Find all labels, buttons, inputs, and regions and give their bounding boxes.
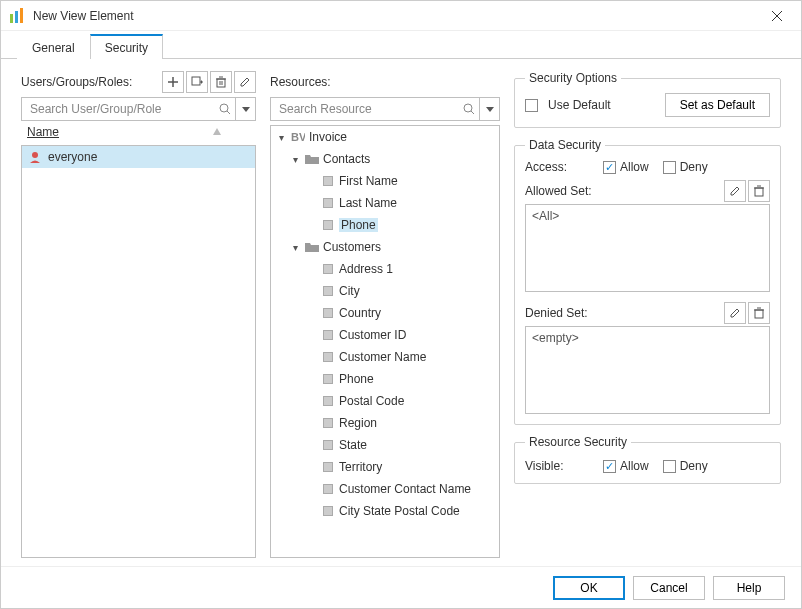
access-label: Access:: [525, 160, 603, 174]
field-icon: [321, 482, 335, 496]
visible-deny-checkbox[interactable]: [663, 460, 676, 473]
tree-row[interactable]: Address 1: [271, 258, 499, 280]
denied-set-box[interactable]: <empty>: [525, 326, 770, 414]
tree-row[interactable]: Customer ID: [271, 324, 499, 346]
add-button[interactable]: [162, 71, 184, 93]
tree-node-label: Territory: [339, 460, 382, 474]
tab-general[interactable]: General: [17, 35, 90, 59]
help-button[interactable]: Help: [713, 576, 785, 600]
tree-row[interactable]: State: [271, 434, 499, 456]
tree-node-label: State: [339, 438, 367, 452]
security-options-group: Security Options Use Default Set as Defa…: [514, 71, 781, 128]
ok-button[interactable]: OK: [553, 576, 625, 600]
svg-rect-57: [755, 310, 763, 318]
user-search-dropdown[interactable]: [236, 97, 256, 121]
access-deny-checkbox[interactable]: [663, 161, 676, 174]
twisty-open-icon[interactable]: ▾: [289, 154, 301, 165]
tree-row[interactable]: Customer Contact Name: [271, 478, 499, 500]
search-icon[interactable]: [463, 103, 475, 115]
allowed-set-edit-button[interactable]: [724, 180, 746, 202]
tree-row[interactable]: ▾Contacts: [271, 148, 499, 170]
svg-line-16: [227, 111, 230, 114]
field-icon: [321, 350, 335, 364]
svg-rect-37: [324, 331, 332, 339]
data-security-legend: Data Security: [525, 138, 605, 152]
set-as-default-button[interactable]: Set as Default: [665, 93, 770, 117]
tabs: General Security: [1, 31, 801, 59]
window-title: New View Element: [33, 9, 761, 23]
tree-row[interactable]: ▾BVInvoice: [271, 126, 499, 148]
edit-button[interactable]: [234, 71, 256, 93]
denied-set-delete-button[interactable]: [748, 302, 770, 324]
resources-label: Resources:: [270, 75, 331, 89]
users-groups-roles-label: Users/Groups/Roles:: [21, 75, 132, 89]
delete-button[interactable]: [210, 71, 232, 93]
field-icon: [321, 328, 335, 342]
tree-row[interactable]: Phone: [271, 368, 499, 390]
tree-node-label: First Name: [339, 174, 398, 188]
app-logo-icon: [9, 8, 25, 24]
tree-row[interactable]: Region: [271, 412, 499, 434]
add-with-options-button[interactable]: [186, 71, 208, 93]
resource-security-group: Resource Security Visible: Allow Deny: [514, 435, 781, 484]
titlebar: New View Element: [1, 1, 801, 31]
cancel-button[interactable]: Cancel: [633, 576, 705, 600]
search-icon[interactable]: [219, 103, 231, 115]
list-item-label: everyone: [48, 150, 97, 164]
tree-node-label: City State Postal Code: [339, 504, 460, 518]
tree-row[interactable]: First Name: [271, 170, 499, 192]
tree-node-label: Postal Code: [339, 394, 404, 408]
tree-row[interactable]: Territory: [271, 456, 499, 478]
svg-line-21: [471, 111, 474, 114]
tab-security[interactable]: Security: [90, 34, 163, 59]
svg-rect-27: [324, 199, 332, 207]
visible-allow-label: Allow: [620, 459, 649, 473]
svg-point-19: [32, 152, 38, 158]
resource-search-dropdown[interactable]: [480, 97, 500, 121]
security-options-legend: Security Options: [525, 71, 621, 85]
data-security-group: Data Security Access: Allow Deny Allowed…: [514, 138, 781, 425]
user-search-input[interactable]: [28, 101, 219, 117]
sort-ascending-icon[interactable]: [212, 127, 222, 137]
access-allow-checkbox[interactable]: [603, 161, 616, 174]
twisty-open-icon[interactable]: ▾: [289, 242, 301, 253]
resource-search-input[interactable]: [277, 101, 463, 117]
allowed-set-box[interactable]: <All>: [525, 204, 770, 292]
tree-row[interactable]: City: [271, 280, 499, 302]
tree-row[interactable]: Country: [271, 302, 499, 324]
tree-node-label: Customer Name: [339, 350, 426, 364]
tree-node-label: Last Name: [339, 196, 397, 210]
user-list-column-name[interactable]: Name: [27, 125, 59, 139]
tree-row[interactable]: Postal Code: [271, 390, 499, 412]
svg-text:BV: BV: [291, 131, 305, 143]
list-item[interactable]: everyone: [22, 146, 255, 168]
user-list[interactable]: everyone: [21, 145, 256, 558]
visible-label: Visible:: [525, 459, 603, 473]
tree-row[interactable]: ▾Customers: [271, 236, 499, 258]
resource-tree[interactable]: ▾BVInvoice▾ContactsFirst NameLast NamePh…: [270, 125, 500, 558]
svg-rect-51: [324, 485, 332, 493]
allowed-set-delete-button[interactable]: [748, 180, 770, 202]
tree-row[interactable]: Customer Name: [271, 346, 499, 368]
denied-set-edit-button[interactable]: [724, 302, 746, 324]
tree-node-label: Address 1: [339, 262, 393, 276]
svg-rect-35: [324, 309, 332, 317]
field-icon: [321, 394, 335, 408]
tree-node-label: Country: [339, 306, 381, 320]
svg-rect-31: [324, 265, 332, 273]
close-button[interactable]: [761, 4, 793, 28]
svg-rect-7: [192, 77, 200, 85]
visible-allow-checkbox[interactable]: [603, 460, 616, 473]
user-icon: [28, 150, 42, 164]
tree-row[interactable]: City State Postal Code: [271, 500, 499, 522]
svg-rect-47: [324, 441, 332, 449]
field-icon: [321, 460, 335, 474]
tree-row[interactable]: Last Name: [271, 192, 499, 214]
twisty-open-icon[interactable]: ▾: [275, 132, 287, 143]
tree-row[interactable]: Phone: [271, 214, 499, 236]
field-icon: [321, 416, 335, 430]
tree-node-label: Phone: [339, 218, 378, 232]
tree-node-label: Phone: [339, 372, 374, 386]
tree-node-label: Contacts: [323, 152, 370, 166]
use-default-checkbox[interactable]: [525, 99, 538, 112]
